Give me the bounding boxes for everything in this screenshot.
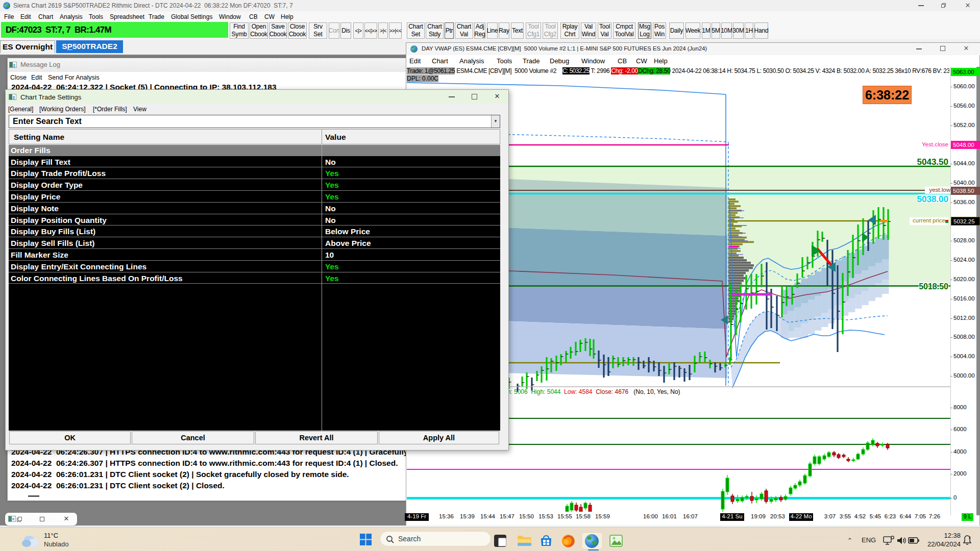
svg-text:z: z bbox=[969, 535, 971, 540]
